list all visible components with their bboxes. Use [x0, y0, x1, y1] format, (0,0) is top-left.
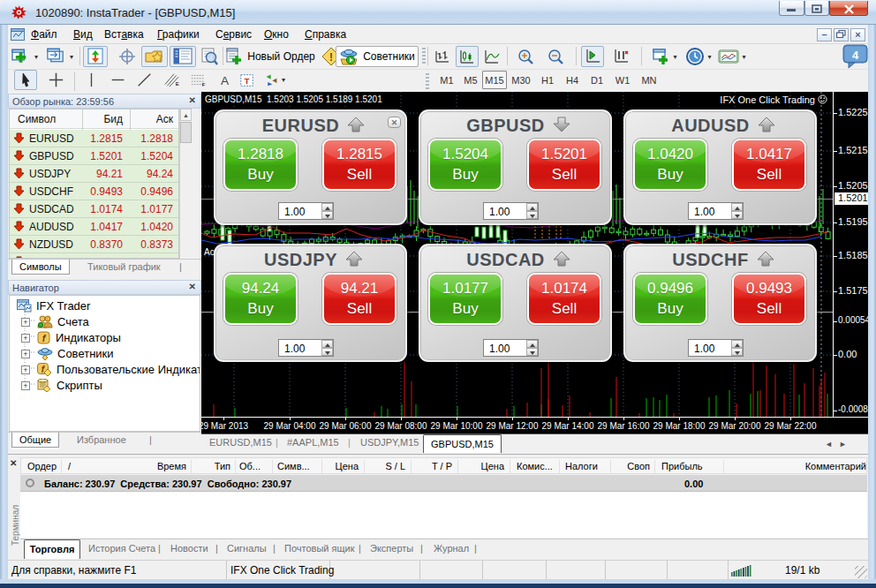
svg-text:T: T	[245, 76, 250, 86]
svg-text:A: A	[220, 74, 229, 87]
svg-text:!: !	[329, 51, 333, 64]
svg-text:F: F	[201, 82, 205, 87]
svg-text:4: 4	[852, 49, 859, 62]
svg-text:E: E	[175, 81, 178, 87]
